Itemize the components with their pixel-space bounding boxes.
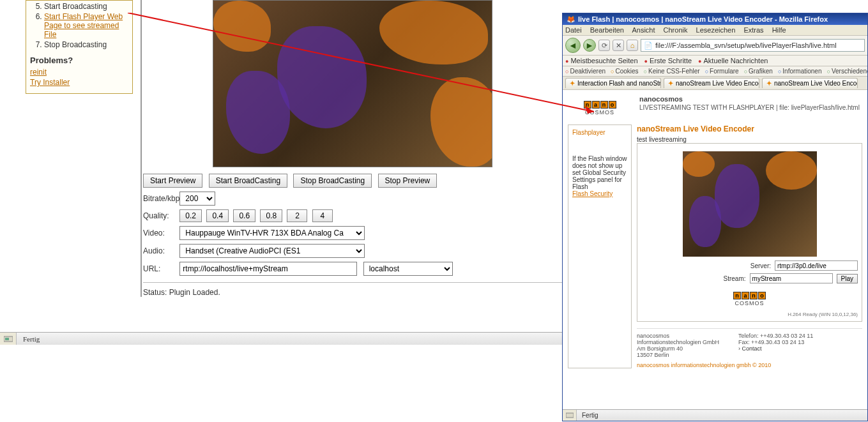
page-icon: 📄 bbox=[644, 41, 653, 50]
devtool-item[interactable]: Informationen bbox=[778, 68, 822, 75]
side-text: If the Flash window does not show up set… bbox=[572, 155, 627, 190]
firefox-icon: 🦊 bbox=[567, 15, 575, 24]
tab-bar: ✦Interaction Flash and nanoStream vi…× ✦… bbox=[563, 77, 867, 90]
bookmark-item[interactable]: Erste Schritte bbox=[644, 57, 692, 64]
menu-item[interactable]: Chronik bbox=[664, 26, 688, 34]
host-select[interactable]: localhost bbox=[363, 262, 453, 276]
contact-link[interactable]: › Contact bbox=[738, 345, 762, 352]
stop-preview-button[interactable]: Stop Preview bbox=[378, 174, 438, 188]
menu-item[interactable]: Ansicht bbox=[632, 26, 655, 34]
bitrate-select[interactable]: 200 bbox=[179, 192, 215, 206]
test-line: test livestreaming bbox=[637, 136, 862, 143]
bookmark-item[interactable]: Aktuelle Nachrichten bbox=[698, 57, 768, 64]
stream-input[interactable] bbox=[750, 273, 833, 283]
svg-rect-4 bbox=[566, 413, 574, 418]
flash-security-link[interactable]: Flash Security bbox=[572, 190, 613, 197]
url-label: URL: bbox=[143, 264, 178, 273]
start-preview-button[interactable]: Start Preview bbox=[143, 174, 202, 188]
devtool-item[interactable]: Formulare bbox=[705, 68, 739, 75]
video-select[interactable]: Hauppauge WinTV-HVR 713X BDA Analog Ca bbox=[179, 226, 365, 240]
menu-bar: Datei Bearbeiten Ansicht Chronik Lesezei… bbox=[563, 25, 867, 36]
flash-page-link[interactable]: Start Flash Player Web Page to see strea… bbox=[44, 12, 123, 39]
page-tagline: LIVESTREAMING TEST WITH FLASHPLAYER | fi… bbox=[639, 104, 860, 111]
devtool-item[interactable]: Keine CSS-Fehler bbox=[644, 68, 700, 75]
play-button[interactable]: Play bbox=[837, 274, 858, 283]
video-label: Video: bbox=[143, 229, 178, 237]
quality-button[interactable]: 0.4 bbox=[206, 209, 229, 222]
quality-button[interactable]: 0.2 bbox=[179, 209, 202, 222]
reload-button[interactable]: ⟳ bbox=[598, 40, 610, 51]
nanocosmos-logo: nano COSMOS bbox=[568, 95, 632, 121]
status-text: Status: Plugin Loaded. bbox=[143, 282, 562, 297]
menu-item[interactable]: Lesezeichen bbox=[696, 26, 736, 34]
content-heading: nanoStream Live Video Encoder bbox=[637, 124, 862, 133]
firefox-window: 🦊 live Flash | nanocosmos | nanoStream L… bbox=[562, 13, 868, 421]
browser-tab[interactable]: ✦nanoStream Live Video Encoder Test …× bbox=[664, 78, 759, 88]
left-statusbar: Fertig bbox=[0, 332, 562, 345]
try-installer-link[interactable]: Try Installer bbox=[30, 78, 128, 87]
side-panel: Flashplayer If the Flash window does not… bbox=[568, 124, 632, 368]
problems-heading: Problems? bbox=[30, 56, 128, 65]
url-input[interactable] bbox=[179, 262, 357, 276]
menu-item[interactable]: Extras bbox=[743, 26, 763, 34]
video-preview bbox=[213, 0, 492, 167]
webdev-toolbar: Deaktivieren Cookies Keine CSS-Fehler Fo… bbox=[563, 66, 867, 77]
quality-button[interactable]: 0.6 bbox=[233, 209, 255, 222]
server-input[interactable] bbox=[775, 260, 858, 271]
url-bar[interactable]: 📄 file:///F:/assembla_svn/setup/web/live… bbox=[641, 39, 865, 52]
instructions-sidebar: Start Broadcasting Start Flash Player We… bbox=[26, 0, 133, 94]
quality-label: Quality: bbox=[143, 211, 178, 220]
step-item: Start Broadcasting bbox=[44, 2, 128, 11]
home-button[interactable]: ⌂ bbox=[627, 40, 638, 51]
audio-label: Audio: bbox=[143, 246, 178, 255]
page-content: nano COSMOS nanocosmos LIVESTREAMING TES… bbox=[563, 90, 867, 409]
back-button[interactable]: ◄ bbox=[565, 38, 581, 53]
devtool-item[interactable]: Cookies bbox=[611, 68, 639, 75]
statusbar-text: Fertig bbox=[577, 412, 598, 419]
quality-button[interactable]: 0.8 bbox=[260, 209, 282, 222]
bookmark-item[interactable]: Meistbesuchte Seiten bbox=[565, 57, 638, 64]
menu-item[interactable]: Hilfe bbox=[772, 26, 786, 34]
quality-button[interactable]: 2 bbox=[287, 209, 307, 222]
statusbar-text: Fertig bbox=[17, 335, 40, 343]
firefox-statusbar: Fertig bbox=[563, 409, 867, 421]
stop-broadcast-button[interactable]: Stop BroadCasting bbox=[293, 174, 372, 188]
menu-item[interactable]: Datei bbox=[565, 26, 582, 34]
copyright: nanocosmos informationstechnologien gmbh… bbox=[637, 362, 862, 368]
flash-video bbox=[683, 151, 817, 257]
devtool-item[interactable]: Grafiken bbox=[744, 68, 773, 75]
bitrate-label: Bitrate/kbps: bbox=[143, 194, 178, 203]
svg-rect-1 bbox=[5, 338, 9, 340]
devtool-item[interactable]: Verschiedenes bbox=[826, 68, 867, 75]
stream-label: Stream: bbox=[717, 275, 746, 282]
reinit-link[interactable]: reinit bbox=[30, 68, 128, 77]
window-titlebar: 🦊 live Flash | nanocosmos | nanoStream L… bbox=[563, 13, 867, 25]
nav-toolbar: ◄ ► ⟳ ✕ ⌂ 📄 file:///F:/assembla_svn/setu… bbox=[563, 36, 867, 56]
menu-item[interactable]: Bearbeiten bbox=[590, 26, 624, 34]
footer: nanocosmos Informationstechnologien GmbH… bbox=[637, 328, 862, 358]
side-title: Flashplayer bbox=[572, 129, 627, 136]
quality-button[interactable]: 4 bbox=[312, 209, 333, 222]
browser-tab[interactable]: ✦nanoStream Live Video Encoder 3D-T…× bbox=[762, 78, 858, 88]
audio-select[interactable]: Handset (Creative AudioPCI (ES1 bbox=[179, 244, 365, 258]
forward-button[interactable]: ► bbox=[583, 39, 596, 52]
statusbar-icon bbox=[563, 410, 577, 421]
step-item: Start Flash Player Web Page to see strea… bbox=[44, 12, 128, 39]
encoder-panel: Start Preview Start BroadCasting Stop Br… bbox=[141, 0, 562, 297]
brand-title: nanocosmos bbox=[639, 95, 860, 103]
player-box: Server: Stream: Play nano COSMOS H.264 R bbox=[637, 143, 862, 322]
browser-tab[interactable]: ✦Interaction Flash and nanoStream vi…× bbox=[565, 78, 661, 88]
devtool-item[interactable]: Deaktivieren bbox=[565, 68, 605, 75]
server-label: Server: bbox=[742, 262, 771, 269]
start-broadcast-button[interactable]: Start BroadCasting bbox=[209, 174, 287, 188]
bookmarks-toolbar: Meistbesuchte Seiten Erste Schritte Aktu… bbox=[563, 56, 867, 66]
statusbar-icon bbox=[0, 333, 17, 345]
stop-button[interactable]: ✕ bbox=[613, 40, 624, 51]
nanocosmos-logo-small: nano COSMOS H.264 Ready (WIN 10,0,12,36) bbox=[641, 286, 858, 317]
step-item: Stop Broadcasting bbox=[44, 40, 128, 49]
